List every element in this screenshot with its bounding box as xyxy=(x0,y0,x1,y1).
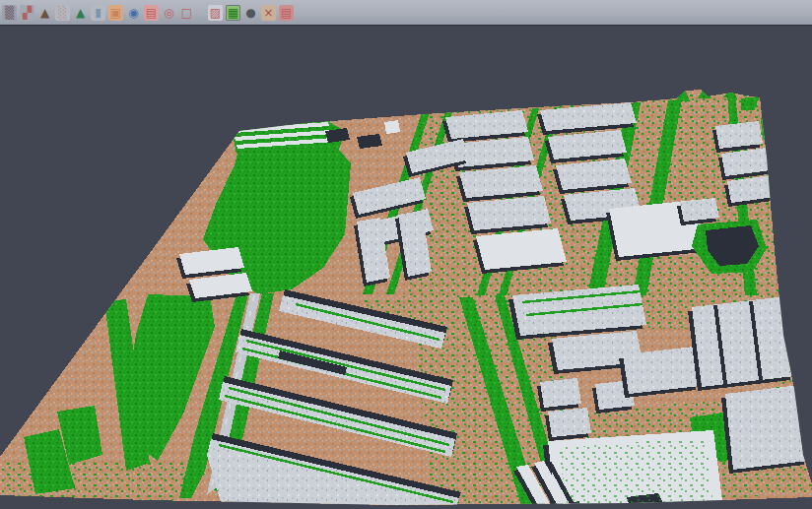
application-window: ▒▞▲░▲▮▣◉▤◎□▨▦●×▤ xyxy=(0,0,812,509)
sparse-points-icon[interactable]: ░ xyxy=(55,5,70,21)
disable-grid-icon[interactable]: ▨ xyxy=(208,5,223,21)
roof-speckle xyxy=(558,437,713,506)
ring-tool-icon[interactable]: ◎ xyxy=(162,5,176,21)
colored-points-icon[interactable]: ▞ xyxy=(20,5,34,21)
classify-ground-icon[interactable]: ▲ xyxy=(37,5,52,21)
globe-icon[interactable]: ◉ xyxy=(126,5,141,21)
striped-tool-icon[interactable]: ▤ xyxy=(279,5,294,21)
bounds-select-icon[interactable]: □ xyxy=(179,5,194,21)
mesh-sphere-icon[interactable]: ● xyxy=(243,5,258,21)
region-box-icon[interactable]: ▣ xyxy=(108,5,123,21)
toolbar: ▒▞▲░▲▮▣◉▤◎□▨▦●×▤ xyxy=(0,0,812,26)
point-cloud-canvas xyxy=(0,26,812,509)
classification-colors-icon[interactable]: ▦ xyxy=(226,5,240,21)
height-filter-icon[interactable]: ▮ xyxy=(91,5,105,21)
classify-vegetation-icon[interactable]: ▲ xyxy=(73,5,88,21)
toolbar-icons: ▒▞▲░▲▮▣◉▤◎□▨▦●×▤ xyxy=(0,5,294,21)
dense-cloud-icon[interactable]: ▒ xyxy=(2,5,17,21)
3d-viewport[interactable] xyxy=(0,26,812,509)
layers-list-icon[interactable]: ▤ xyxy=(144,5,159,21)
cut-points-icon[interactable]: × xyxy=(261,5,276,21)
